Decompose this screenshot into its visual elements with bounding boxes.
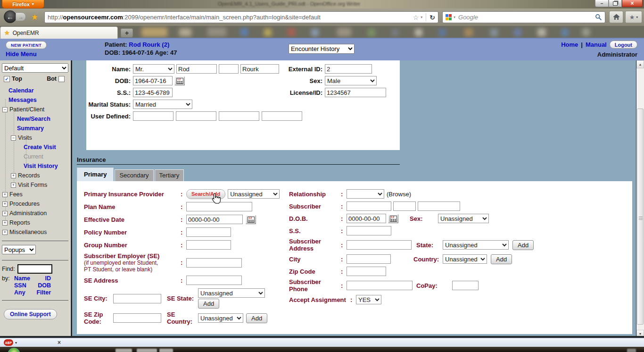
scrollbar-thumb[interactable] xyxy=(637,109,644,325)
home-link[interactable]: Home xyxy=(561,41,578,48)
se-state-select[interactable]: Unassigned xyxy=(198,288,265,298)
accept-assignment-select[interactable]: YES xyxy=(356,295,381,304)
hide-menu-link[interactable]: Hide Menu xyxy=(6,50,37,58)
search-bar[interactable]: ▾ xyxy=(442,11,605,23)
close-button[interactable]: × xyxy=(622,0,643,7)
tree-expand-icon[interactable]: + xyxy=(2,201,8,207)
tab-tertiary[interactable]: Tertiary xyxy=(155,169,184,182)
relationship-select[interactable] xyxy=(347,189,384,199)
ss-field[interactable] xyxy=(133,88,173,97)
calendar-icon[interactable]: 1 2 xyxy=(246,215,256,224)
patient-name-link[interactable]: Rod Rourk (2) xyxy=(129,41,169,48)
back-button[interactable]: ← xyxy=(4,10,17,23)
tree-expand-icon[interactable]: + xyxy=(2,192,8,197)
sidebar-item-miscellaneous[interactable]: +Miscellaneous xyxy=(0,227,70,237)
country-add-button[interactable]: Add xyxy=(491,254,512,264)
subscriber-last-field[interactable] xyxy=(418,201,460,211)
sidebar-item-reports[interactable]: +Reports xyxy=(0,218,70,227)
sidebar-item-visit-forms[interactable]: +Visit Forms xyxy=(0,180,70,190)
nav-layout-select[interactable]: Default xyxy=(2,63,68,73)
subscriber-ss-field[interactable] xyxy=(347,226,391,235)
tree-collapse-icon[interactable]: − xyxy=(2,107,8,112)
sidebar-item-create-visit[interactable]: Create Visit xyxy=(0,142,70,152)
forward-button[interactable]: → xyxy=(16,12,26,21)
subscriber-sex-select[interactable]: Unassigned xyxy=(438,214,489,223)
sidebar-item-fees[interactable]: +Fees xyxy=(0,190,70,199)
sidebar-item-messages[interactable]: Messages xyxy=(0,95,70,105)
tree-collapse-icon[interactable]: − xyxy=(11,135,16,141)
name-title-select[interactable]: Mr. xyxy=(133,64,174,74)
scroll-up-button[interactable]: ▲ xyxy=(636,60,644,68)
firefox-menu-button[interactable]: Firefox ▾ xyxy=(2,0,44,8)
middle-name-field[interactable] xyxy=(219,64,239,74)
se-country-select[interactable]: Unassigned xyxy=(198,313,243,323)
city-field[interactable] xyxy=(347,254,391,264)
calendar-icon[interactable]: 1 2 xyxy=(388,214,398,223)
browse-link[interactable]: (Browse) xyxy=(387,191,411,198)
last-name-field[interactable] xyxy=(240,64,279,74)
taskbar-item[interactable] xyxy=(116,349,132,352)
dob-field[interactable] xyxy=(133,76,173,85)
online-support-button[interactable]: Online Support xyxy=(4,309,57,319)
copay-field[interactable] xyxy=(452,281,479,290)
find-by-dob-link[interactable]: DOB xyxy=(38,282,51,289)
show-desktop-button[interactable] xyxy=(627,349,636,352)
se-state-add-button[interactable]: Add xyxy=(198,299,219,309)
marital-status-select[interactable]: Married xyxy=(133,100,192,109)
bot-checkbox[interactable] xyxy=(58,76,65,82)
find-by-name-link[interactable]: Name xyxy=(14,275,30,282)
external-id-field[interactable] xyxy=(325,64,372,74)
find-by-id-link[interactable]: ID xyxy=(45,275,51,282)
se-city-field[interactable] xyxy=(113,294,161,303)
zip-code-field[interactable] xyxy=(347,267,386,276)
state-add-button[interactable]: Add xyxy=(512,240,534,250)
home-button[interactable] xyxy=(609,11,623,23)
find-input[interactable] xyxy=(17,264,52,274)
reload-icon[interactable]: ↻ xyxy=(429,14,435,21)
sidebar-item-visit-history[interactable]: Visit History xyxy=(0,161,70,171)
bookmark-page-icon[interactable]: ☆ xyxy=(413,14,419,21)
new-patient-button[interactable]: New Patient xyxy=(6,41,47,49)
encounter-history-select[interactable]: Encounter History xyxy=(289,44,355,54)
logout-button[interactable]: Logout xyxy=(610,41,637,49)
calendar-icon[interactable]: 1 2 xyxy=(174,76,185,85)
sex-select[interactable]: Male xyxy=(325,76,377,85)
adblock-plus-icon[interactable]: ABP xyxy=(4,339,13,346)
subscriber-employer-field[interactable] xyxy=(186,258,242,268)
sidebar-item-records[interactable]: +Records xyxy=(0,171,70,180)
find-by-ssn-link[interactable]: SSN xyxy=(14,282,26,289)
tab-primary[interactable]: Primary xyxy=(77,168,114,182)
dropdown-icon[interactable]: ▾ xyxy=(421,15,422,19)
sidebar-item-patient-client[interactable]: −Patient/Client xyxy=(0,105,70,114)
start-orb-icon[interactable] xyxy=(8,348,20,352)
addon-bar-close-icon[interactable]: × xyxy=(58,339,61,346)
group-number-field[interactable] xyxy=(186,240,231,250)
state-select[interactable]: Unassigned xyxy=(443,240,509,250)
sidebar-item-visits[interactable]: −Visits xyxy=(0,133,70,142)
user-defined-field-1[interactable] xyxy=(133,111,173,121)
tree-expand-icon[interactable]: + xyxy=(11,173,16,178)
search-magnifier-icon[interactable] xyxy=(595,14,602,21)
subscriber-dob-field[interactable] xyxy=(347,214,386,223)
subscriber-address-field[interactable] xyxy=(347,240,412,250)
sidebar-item-calendar[interactable]: Calendar xyxy=(0,86,70,95)
search-input[interactable] xyxy=(457,13,593,21)
policy-number-field[interactable] xyxy=(186,227,231,237)
dropdown-icon[interactable]: ▾ xyxy=(454,15,455,19)
find-by-any-link[interactable]: Any xyxy=(14,289,25,296)
subscriber-middle-field[interactable] xyxy=(393,201,416,211)
country-select[interactable]: Unassigned xyxy=(443,254,487,264)
subscriber-phone-field[interactable] xyxy=(347,281,413,290)
minimize-button[interactable]: – xyxy=(595,0,609,7)
se-address-field[interactable] xyxy=(186,276,242,285)
tree-expand-icon[interactable]: + xyxy=(2,230,8,235)
dropdown-icon[interactable]: ▾ xyxy=(15,341,17,345)
user-defined-field-2[interactable] xyxy=(176,111,216,121)
tree-expand-icon[interactable]: + xyxy=(11,183,16,188)
tree-expand-icon[interactable]: + xyxy=(2,211,8,216)
subscriber-first-field[interactable] xyxy=(347,201,391,211)
url-bar[interactable]: http://opensourceemr.com:2099/openemr/in… xyxy=(44,11,438,23)
manual-link[interactable]: Manual xyxy=(586,41,607,48)
sidebar-item-new-search[interactable]: New/Search xyxy=(0,114,70,124)
taskbar-item[interactable] xyxy=(159,349,173,352)
